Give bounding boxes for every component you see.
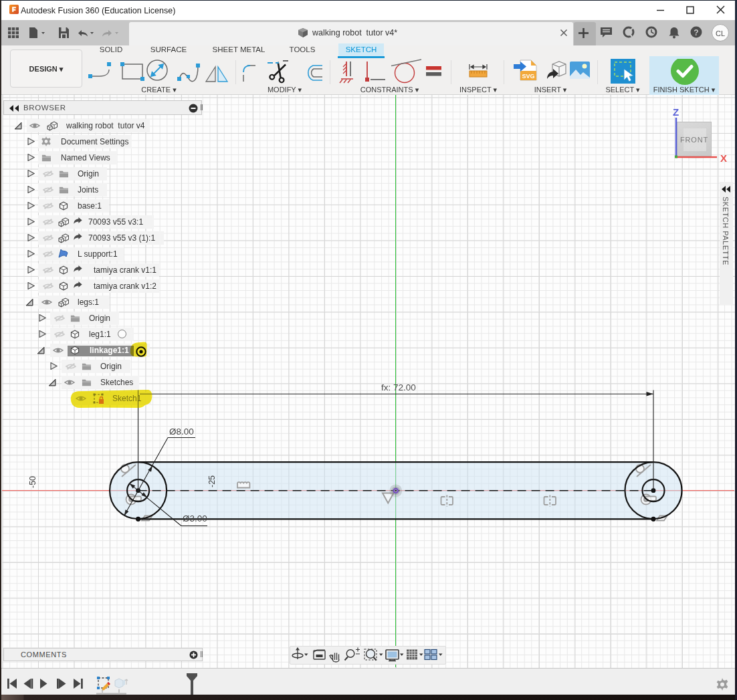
svg-text:Z: Z bbox=[673, 106, 679, 118]
svg-text:?: ? bbox=[694, 28, 698, 37]
svg-text:X: X bbox=[720, 152, 727, 164]
svg-text:SVG: SVG bbox=[522, 73, 534, 80]
